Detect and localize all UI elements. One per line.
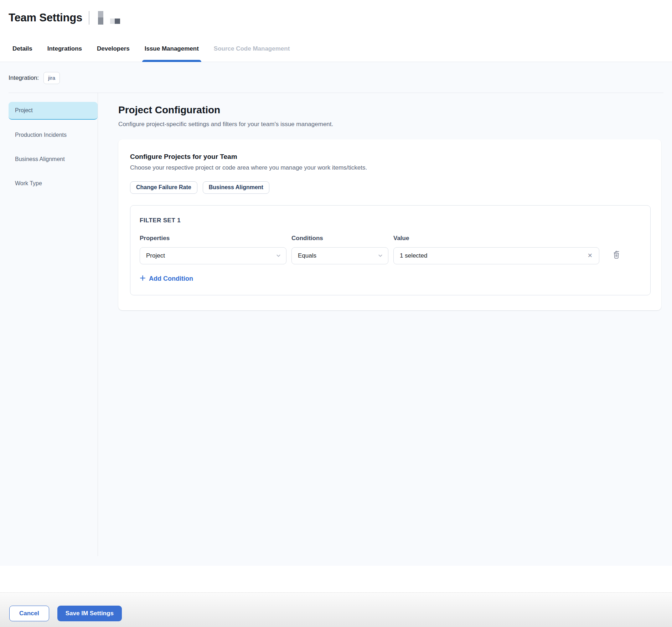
redacted-text-block — [98, 11, 103, 25]
plus-icon — [140, 275, 146, 283]
chip-change-failure-rate[interactable]: Change Failure Rate — [130, 181, 197, 194]
content-body: Project Production Incidents Business Al… — [0, 93, 672, 556]
delete-filter-button[interactable] — [612, 250, 621, 260]
value-multiselect[interactable]: 1 selected ✕ — [393, 247, 599, 264]
sidebar-item-business-alignment[interactable]: Business Alignment — [9, 150, 98, 168]
save-im-settings-button[interactable]: Save IM Settings — [57, 606, 122, 621]
page-title: Team Settings — [9, 11, 82, 24]
footer-action-bar: Cancel Save IM Settings — [0, 592, 672, 627]
section-subtitle: Configure project-specific settings and … — [118, 121, 661, 128]
value-column: Value 1 selected ✕ — [393, 235, 599, 264]
settings-sidebar: Project Production Incidents Business Al… — [0, 93, 98, 199]
integration-row: Integration: jira — [0, 62, 672, 93]
app-header: Team Settings — [0, 0, 672, 36]
add-condition-label: Add Condition — [149, 275, 193, 283]
spacer-band — [0, 566, 672, 592]
chip-business-alignment[interactable]: Business Alignment — [203, 181, 269, 194]
trash-icon — [612, 250, 621, 260]
tab-details[interactable]: Details — [12, 36, 33, 62]
properties-label: Properties — [140, 235, 286, 242]
cancel-button[interactable]: Cancel — [9, 606, 49, 621]
filter-set-title: FILTER SET 1 — [140, 217, 641, 224]
filter-set-panel: FILTER SET 1 Properties Project — [130, 205, 651, 295]
sidebar-item-project[interactable]: Project — [9, 102, 98, 120]
value-selected-count: 1 selected — [400, 252, 428, 259]
property-select-value: Project — [146, 252, 165, 259]
tab-source-code-management: Source Code Management — [213, 36, 291, 62]
chevron-down-icon — [276, 253, 281, 258]
properties-column: Properties Project — [140, 235, 286, 264]
card-subtitle: Choose your respective project or code a… — [130, 164, 651, 171]
filter-row: Properties Project Conditions — [140, 235, 641, 264]
redacted-text-block — [110, 19, 120, 24]
value-label: Value — [393, 235, 599, 242]
configure-projects-card: Configure Projects for your Team Choose … — [118, 139, 661, 310]
settings-tab-bar: Details Integrations Developers Issue Ma… — [0, 36, 672, 62]
add-condition-button[interactable]: Add Condition — [140, 275, 193, 283]
conditions-label: Conditions — [291, 235, 388, 242]
section-title: Project Configuration — [118, 104, 661, 116]
card-title: Configure Projects for your Team — [130, 153, 651, 161]
clear-x-icon[interactable]: ✕ — [586, 252, 594, 259]
condition-select-value: Equals — [298, 252, 316, 259]
team-settings-page: Team Settings Details Integrations Devel… — [0, 0, 672, 627]
main-pane: Project Configuration Configure project-… — [98, 93, 672, 310]
tab-issue-management[interactable]: Issue Management — [144, 36, 200, 62]
property-select[interactable]: Project — [140, 247, 286, 264]
content-area: Integration: jira Project Production Inc… — [0, 62, 672, 566]
conditions-column: Conditions Equals — [291, 235, 388, 264]
tab-integrations[interactable]: Integrations — [47, 36, 83, 62]
chip-row: Change Failure Rate Business Alignment — [130, 181, 651, 194]
sidebar-item-work-type[interactable]: Work Type — [9, 175, 98, 192]
tab-developers[interactable]: Developers — [96, 36, 130, 62]
title-separator — [89, 11, 89, 25]
condition-select[interactable]: Equals — [291, 247, 388, 264]
chevron-down-icon — [378, 253, 383, 258]
sidebar-item-production-incidents[interactable]: Production Incidents — [9, 126, 98, 144]
integration-badge: jira — [43, 72, 60, 84]
integration-label: Integration: — [9, 74, 39, 82]
